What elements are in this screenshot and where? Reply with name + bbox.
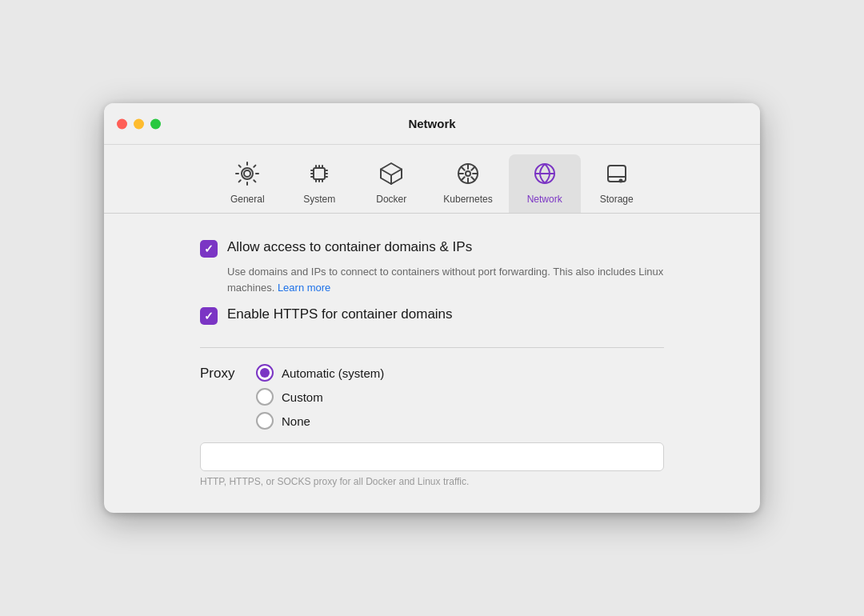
checkbox1-label: Allow access to container domains & IPs — [227, 239, 472, 255]
tab-network[interactable]: Network — [509, 154, 581, 213]
learn-more-link[interactable]: Learn more — [278, 282, 330, 294]
tab-bar: General System Docker — [104, 145, 760, 214]
proxy-automatic-radio[interactable] — [256, 364, 274, 382]
drive-icon — [604, 161, 630, 190]
content-area: ✓ Allow access to container domains & IP… — [104, 214, 760, 513]
container-access-section: ✓ Allow access to container domains & IP… — [200, 239, 664, 325]
chip-icon — [306, 161, 332, 190]
maximize-button[interactable] — [150, 118, 161, 129]
proxy-automatic-label: Automatic (system) — [282, 366, 384, 380]
titlebar: Network — [104, 103, 760, 145]
svg-point-0 — [244, 170, 250, 177]
tab-docker-label: Docker — [376, 194, 406, 205]
close-button[interactable] — [117, 118, 127, 129]
tab-kubernetes[interactable]: Kubernetes — [427, 154, 508, 213]
svg-point-7 — [619, 180, 622, 182]
proxy-automatic-option[interactable]: Automatic (system) — [256, 364, 384, 382]
proxy-custom-radio[interactable] — [256, 388, 274, 406]
proxy-input-section: HTTP, HTTPS, or SOCKS proxy for all Dock… — [200, 442, 664, 487]
enable-https-checkbox[interactable]: ✓ — [200, 307, 218, 325]
checkbox1-description: Use domains and IPs to connect to contai… — [227, 264, 664, 295]
globe-icon — [532, 161, 558, 190]
tab-kubernetes-label: Kubernetes — [443, 194, 492, 205]
checkbox2-label: Enable HTTPS for container domains — [227, 306, 453, 322]
tab-general-label: General — [230, 194, 265, 205]
checkbox1-row: ✓ Allow access to container domains & IP… — [200, 239, 664, 258]
tab-storage[interactable]: Storage — [581, 154, 653, 213]
helm-icon — [455, 161, 481, 190]
tab-storage-label: Storage — [600, 194, 634, 205]
proxy-label: Proxy — [200, 364, 240, 382]
tab-docker[interactable]: Docker — [355, 154, 427, 213]
proxy-none-label: None — [282, 414, 310, 428]
allow-container-checkbox[interactable]: ✓ — [200, 240, 218, 258]
proxy-input[interactable] — [200, 442, 664, 471]
proxy-hint: HTTP, HTTPS, or SOCKS proxy for all Dock… — [200, 476, 664, 487]
proxy-custom-option[interactable]: Custom — [256, 388, 384, 406]
tab-general[interactable]: General — [211, 154, 283, 213]
main-window: Network General System — [104, 103, 760, 513]
proxy-custom-label: Custom — [282, 390, 323, 404]
svg-rect-6 — [608, 166, 626, 182]
tab-network-label: Network — [527, 194, 562, 205]
checkbox2-row: ✓ Enable HTTPS for container domains — [200, 306, 664, 325]
window-controls — [117, 118, 161, 129]
minimize-button[interactable] — [134, 118, 144, 129]
divider — [200, 347, 664, 348]
proxy-none-radio[interactable] — [256, 412, 274, 430]
window-title: Network — [408, 117, 455, 130]
proxy-section: Proxy Automatic (system) Custom None — [200, 364, 664, 430]
tab-system[interactable]: System — [283, 154, 355, 213]
svg-rect-2 — [314, 168, 325, 179]
proxy-none-option[interactable]: None — [256, 412, 384, 430]
svg-point-4 — [466, 171, 470, 176]
proxy-radio-group: Automatic (system) Custom None — [256, 364, 384, 430]
gear-icon — [234, 161, 260, 190]
tab-system-label: System — [303, 194, 335, 205]
box-icon — [378, 161, 404, 190]
